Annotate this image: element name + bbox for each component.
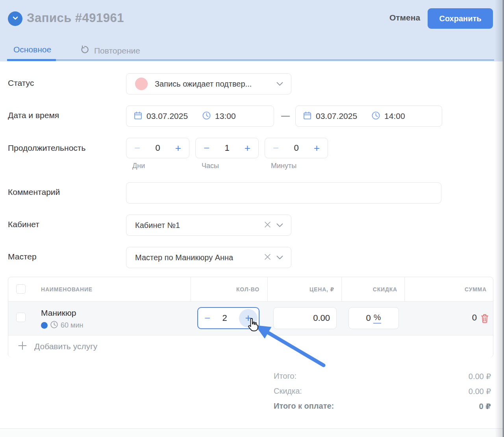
start-datetime-field[interactable]: 03.07.2025 13:00 — [126, 106, 274, 127]
qty-plus-button[interactable]: + — [239, 309, 258, 328]
active-tab-indicator — [7, 59, 56, 61]
add-service-label: Добавить услугу — [34, 342, 97, 351]
calendar-icon — [133, 111, 143, 122]
cancel-button[interactable]: Отмена — [385, 13, 424, 22]
tab-repeat[interactable]: Повторение — [80, 45, 140, 56]
tab-repeat-label: Повторение — [94, 46, 140, 56]
total-discount-row: Скидка: 0.00 ₽ — [274, 387, 491, 396]
subtotal-value: 0.00 ₽ — [469, 372, 491, 381]
end-datetime-field[interactable]: 03.07.2025 14:00 — [295, 106, 442, 127]
trash-icon — [480, 318, 489, 325]
hours-unit-label: Часы — [202, 162, 219, 170]
duration-label: Продолжительность — [8, 143, 85, 153]
subtotal-label: Итого: — [274, 372, 296, 381]
days-value[interactable]: 0 — [155, 143, 160, 153]
window-edge — [503, 0, 504, 437]
status-label: Статус — [8, 78, 34, 88]
modal-header: Запись #491961 Отмена Сохранить Основное… — [0, 0, 504, 61]
qty-minus-button[interactable]: − — [204, 312, 210, 324]
page-title: Запись #491961 — [27, 11, 124, 25]
start-time-value[interactable]: 13:00 — [215, 111, 236, 121]
duration-clock-icon — [50, 320, 58, 330]
column-divider — [267, 277, 268, 301]
minutes-stepper: − 0 + — [265, 138, 328, 158]
chevron-down-icon — [276, 254, 283, 261]
days-stepper: − 0 + — [126, 138, 189, 158]
status-select[interactable]: Запись ожидает подтвер... — [126, 73, 291, 94]
total-payable-row: Итого к оплате: 0 ₽ — [274, 402, 491, 411]
column-header-qty: КОЛ-ВО — [191, 277, 259, 301]
minutes-plus-button[interactable]: + — [314, 143, 320, 153]
services-table-header: НАИМЕНОВАНИЕ КОЛ-ВО ЦЕНА, ₽ СКИДКА СУММА — [8, 277, 493, 301]
service-color-dot — [41, 322, 48, 329]
booking-edit-modal: Запись #491961 Отмена Сохранить Основное… — [0, 0, 504, 437]
chevron-down-icon — [276, 222, 283, 229]
save-button[interactable]: Сохранить — [428, 8, 493, 29]
qty-stepper: − 2 + — [197, 307, 259, 329]
comment-input[interactable] — [126, 182, 441, 204]
service-duration: 60 мин — [61, 321, 83, 330]
chevron-down-circle-icon — [12, 15, 19, 23]
column-header-sum: СУММА — [406, 277, 487, 301]
end-time-value[interactable]: 14:00 — [384, 111, 405, 121]
tabs-underline — [7, 59, 494, 61]
calendar-icon — [303, 111, 312, 122]
discount-unit-toggle[interactable]: % — [373, 313, 382, 324]
hours-value[interactable]: 1 — [224, 143, 229, 153]
repeat-icon — [80, 45, 89, 56]
discount-total-label: Скидка: — [274, 387, 302, 396]
tab-main-label: Основное — [13, 45, 51, 54]
days-minus-button[interactable]: − — [134, 143, 140, 153]
room-label: Кабинет — [8, 220, 39, 229]
datetime-range-separator: — — [280, 111, 291, 121]
service-name: Маникюр — [41, 308, 76, 318]
clear-icon[interactable] — [264, 254, 271, 262]
total-subtotal-row: Итого: 0.00 ₽ — [274, 372, 491, 381]
column-divider — [191, 277, 191, 301]
status-color-dot — [135, 78, 148, 90]
room-value: Кабинет №1 — [135, 221, 180, 230]
chevron-down-icon — [276, 80, 283, 87]
payable-value: 0 ₽ — [479, 402, 491, 411]
room-select[interactable]: Кабинет №1 — [126, 215, 291, 236]
minutes-minus-button[interactable]: − — [273, 143, 279, 153]
services-table: НАИМЕНОВАНИЕ КОЛ-ВО ЦЕНА, ₽ СКИДКА СУММА… — [8, 277, 493, 357]
column-divider — [404, 277, 405, 301]
column-divider — [341, 277, 342, 301]
delete-service-button[interactable] — [480, 313, 489, 325]
plus-icon — [18, 341, 27, 352]
end-date-value[interactable]: 03.07.2025 — [316, 111, 357, 121]
qty-value[interactable]: 2 — [210, 313, 239, 323]
column-header-discount: СКИДКА — [342, 277, 397, 301]
minutes-value[interactable]: 0 — [294, 143, 298, 153]
master-label: Мастер — [8, 252, 37, 261]
start-date-value[interactable]: 03.07.2025 — [146, 111, 188, 121]
row-checkbox[interactable] — [16, 313, 26, 322]
master-select[interactable]: Мастер по Маникюру Анна — [126, 247, 291, 268]
master-value: Мастер по Маникюру Анна — [135, 253, 233, 262]
service-meta: 60 мин — [41, 320, 83, 330]
hours-stepper: − 1 + — [195, 138, 259, 158]
days-plus-button[interactable]: + — [175, 143, 181, 153]
plus-icon: + — [245, 312, 252, 324]
payable-label: Итого к оплате: — [274, 402, 334, 411]
hours-minus-button[interactable]: − — [204, 143, 209, 153]
add-service-button[interactable]: Добавить услугу — [8, 335, 493, 357]
discount-input[interactable]: 0 % — [348, 307, 399, 329]
tab-main[interactable]: Основное — [8, 45, 57, 54]
modal-edge-shadow — [495, 0, 503, 437]
price-input[interactable]: 0.00 — [273, 307, 337, 329]
discount-total-value: 0.00 ₽ — [469, 387, 491, 396]
select-all-checkbox[interactable] — [16, 284, 26, 294]
minutes-unit-label: Минуты — [271, 162, 296, 170]
hours-plus-button[interactable]: + — [245, 143, 250, 153]
discount-value: 0 — [366, 313, 371, 323]
row-sum: 0 — [426, 313, 477, 323]
datetime-label: Дата и время — [8, 111, 59, 120]
table-row: Маникюр 60 мин − 2 + 0.00 0 % — [8, 302, 493, 335]
bottom-area — [0, 429, 504, 437]
column-header-price: ЦЕНА, ₽ — [267, 277, 334, 301]
collapse-button[interactable] — [8, 11, 22, 26]
status-value: Запись ожидает подтвер... — [155, 80, 252, 89]
clear-icon[interactable] — [264, 221, 271, 230]
